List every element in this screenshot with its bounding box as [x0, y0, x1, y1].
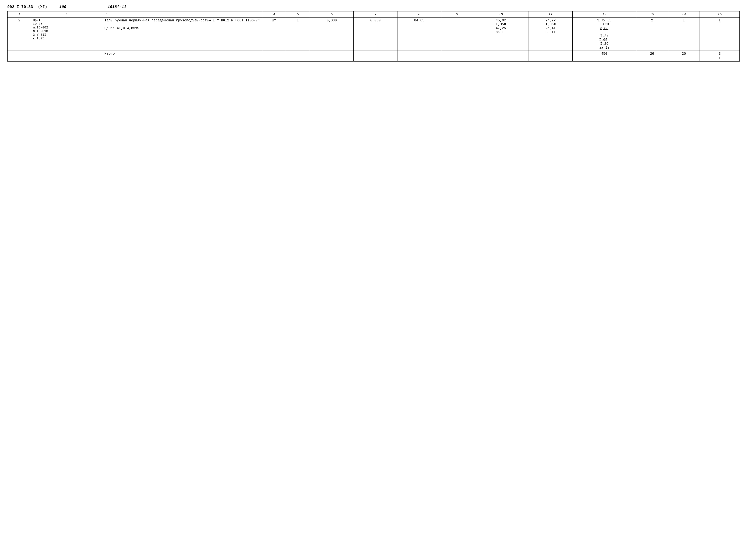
header-row: 902-I-70.83 (XI) - 100 - 1918²·11: [7, 5, 740, 9]
itogo-col7: [354, 51, 397, 61]
cell-row1-col15: I -: [700, 18, 740, 51]
itogo-label: Итого: [103, 51, 262, 61]
col-header-11: II: [529, 11, 572, 18]
itogo-col10: [473, 51, 529, 61]
itogo-col13: 26: [636, 51, 668, 61]
cell-row1-col10: 45,0xI,05=47,25за Iт: [473, 18, 529, 51]
cell-row1-col6: 0,039: [310, 18, 354, 51]
fraction-den-row1: -: [719, 23, 720, 27]
fraction-num-itogo: 3: [719, 52, 720, 56]
itogo-col15: 3 I: [700, 51, 740, 61]
cell-row1-col3: Таль ручная червяч‑ная передвижная грузо…: [103, 18, 262, 51]
fraction-num-row1: I: [719, 19, 720, 23]
col-header-4: 4: [262, 11, 286, 18]
itogo-col12: 450: [572, 51, 636, 61]
col-header-10: IO: [473, 11, 529, 18]
cell-row1-col8: 84,65: [397, 18, 441, 51]
cell-row1-col12: 3,7x 85I,05=3,88I,2xI,05=I,26за Iт: [572, 18, 636, 51]
cell-row1-col9: [441, 18, 473, 51]
table-row: 2 Пр-Т I9-06 п.I6-002 п.I6-018 3-У-6II к…: [7, 18, 740, 51]
col-header-5: 5: [286, 11, 310, 18]
itogo-col11: [529, 51, 572, 61]
cell-row1-col2: Пр-Т I9-06 п.I6-002 п.I6-018 3-У-6II к=I…: [31, 18, 103, 51]
itogo-col9: [441, 51, 473, 61]
cell-row1-col7: 0,039: [354, 18, 397, 51]
cell-row1-col5: I: [286, 18, 310, 51]
itogo-col8: [397, 51, 441, 61]
itogo-col14: 20: [668, 51, 700, 61]
dash2: -: [71, 5, 74, 9]
col-header-6: 6: [310, 11, 354, 18]
col-header-15: I5: [700, 11, 740, 18]
col-header-7: 7: [354, 11, 397, 18]
col-header-12: I2: [572, 11, 636, 18]
header-section: 902-I-70.83 (XI) - 100 - 1918²·11: [7, 5, 740, 9]
itogo-row: Итого 450 26 20 3 I: [7, 51, 740, 61]
col-header-1: I: [7, 11, 31, 18]
doc-number: 902-I-70.83: [7, 5, 33, 9]
xi-label: (XI): [38, 5, 47, 9]
year-ref: 1918²·11: [107, 5, 126, 9]
fraction-den-itogo: I: [719, 56, 720, 60]
dash1: -: [52, 5, 54, 9]
itogo-col2: [31, 51, 103, 61]
main-table: I 2 3 4 5 6 7 8 9 IO II I2 I3 I4 I5 2 Пр…: [7, 11, 740, 61]
fraction-row1: I -: [719, 19, 720, 27]
col-header-2: 2: [31, 11, 103, 18]
itogo-col1: [7, 51, 31, 61]
col-header-9: 9: [441, 11, 473, 18]
itogo-col6: [310, 51, 354, 61]
col-header-13: I3: [636, 11, 668, 18]
quantity: 100: [59, 5, 67, 9]
fraction-itogo: 3 I: [719, 52, 720, 60]
col-header-8: 8: [397, 11, 441, 18]
cell-row1-col14: I: [668, 18, 700, 51]
cell-row1-col4: шт: [262, 18, 286, 51]
itogo-col4: [262, 51, 286, 61]
itogo-col5: [286, 51, 310, 61]
col-header-3: 3: [103, 11, 262, 18]
cell-row1-col13: 2: [636, 18, 668, 51]
cell-row1-col1: 2: [7, 18, 31, 51]
col-header-14: I4: [668, 11, 700, 18]
column-header-row: I 2 3 4 5 6 7 8 9 IO II I2 I3 I4 I5: [7, 11, 740, 18]
cell-row1-col11: 24,2xI,05=25,4Iза Iт: [529, 18, 572, 51]
